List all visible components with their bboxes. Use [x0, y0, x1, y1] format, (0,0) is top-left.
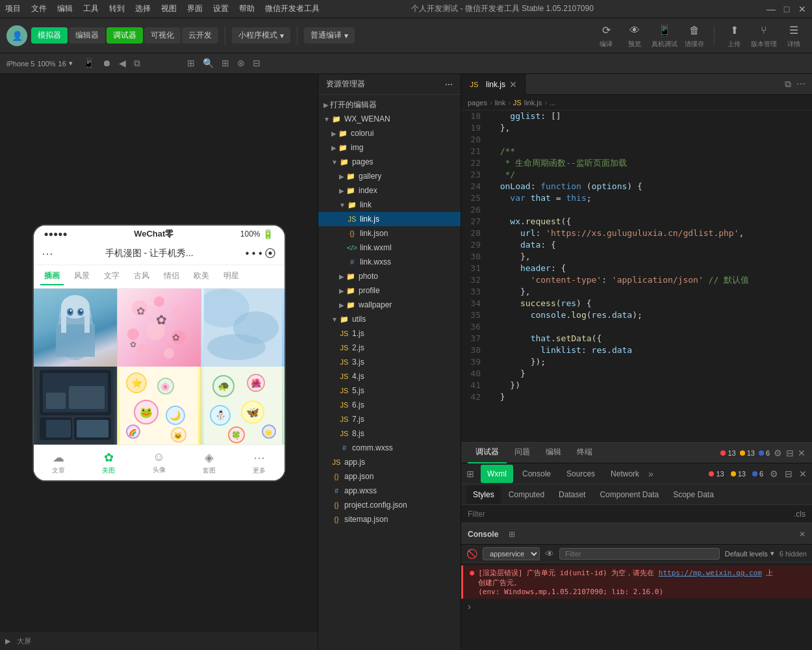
style-tab-computed[interactable]: Computed [502, 486, 551, 504]
tree-wallpaper[interactable]: ▶ 📁 wallpaper [318, 298, 461, 312]
tree-1js[interactable]: JS 1.js [318, 326, 461, 341]
debugger-button[interactable]: 调试器 [107, 27, 143, 44]
tree-link-wxml[interactable]: </> link.wxml [318, 240, 461, 255]
console-input[interactable] [475, 602, 806, 611]
tree-6js[interactable]: JS 6.js [318, 398, 461, 412]
inner-tab-wxml[interactable]: Wxml [481, 465, 513, 483]
tree-projectconfig[interactable]: {} project.config.json [318, 498, 461, 512]
cloud-button[interactable]: 云开发 [182, 27, 218, 44]
devtools-close-icon[interactable]: ✕ [798, 448, 806, 458]
tab-illus[interactable]: 插画 [40, 268, 64, 285]
tab-ancient[interactable]: 古风 [130, 268, 153, 285]
tree-link-wxss[interactable]: # link.wxss [318, 255, 461, 269]
editor-tab-linkjs[interactable]: JS link.js ✕ [461, 74, 526, 95]
settings-icon[interactable]: ⚙ [774, 448, 782, 458]
detail-button[interactable]: ☰ 详情 [782, 23, 806, 49]
tree-gallery[interactable]: ▶ 📁 gallery [318, 169, 461, 183]
tab-western[interactable]: 欧美 [190, 268, 213, 285]
console-clear-icon[interactable]: 🚫 [466, 549, 477, 559]
tab-celeb[interactable]: 明星 [220, 268, 243, 285]
tab-terminal[interactable]: 终端 [569, 443, 600, 463]
tree-appjson[interactable]: {} app.json [318, 469, 461, 484]
inner-tab-console[interactable]: Console [516, 465, 557, 483]
scan-icon[interactable]: ⦿ [264, 247, 276, 261]
menu-item-view[interactable]: 视图 [161, 3, 177, 14]
inspect-icon[interactable]: 🔍 [203, 58, 214, 69]
devtools-close-icon-2[interactable]: ✕ [799, 469, 807, 479]
console-close[interactable]: ✕ [799, 530, 806, 539]
menu-item-help[interactable]: 帮助 [239, 3, 255, 14]
style-tab-styles[interactable]: Styles [466, 486, 501, 504]
page-icon[interactable]: ⧉ [134, 58, 140, 69]
menu-item-select[interactable]: 选择 [135, 3, 151, 14]
project-root[interactable]: ▼ 📁 WX_WENAN [318, 112, 461, 126]
editor-more-icon[interactable]: ⋯ [796, 79, 806, 90]
tree-3js[interactable]: JS 3.js [318, 355, 461, 369]
tab-debugger[interactable]: 调试器 [468, 443, 507, 463]
mobile-icon[interactable]: ⊟ [253, 58, 260, 69]
inner-tab-network[interactable]: Network [604, 465, 646, 483]
back-icon[interactable]: ◀ [119, 58, 126, 69]
style-tab-dataset[interactable]: Dataset [552, 486, 592, 504]
expand-icon[interactable]: ▶ [5, 637, 10, 645]
more-tabs-icon[interactable]: » [648, 469, 653, 479]
tree-link-js[interactable]: JS link.js [318, 212, 461, 226]
tab-text[interactable]: 文字 [100, 268, 123, 285]
menu-item-edit[interactable]: 编辑 [57, 3, 73, 14]
real-machine-button[interactable]: 📱 真机调试 [652, 23, 678, 49]
dock-icon[interactable]: ⊟ [786, 448, 794, 458]
styles-filter-input[interactable] [468, 510, 794, 519]
tree-utils[interactable]: ▼ 📁 utils [318, 312, 461, 326]
compile-dropdown[interactable]: 普通编译 ▾ [304, 27, 355, 44]
dots-icon[interactable]: • • • [246, 248, 262, 259]
phone-cell-sticker1[interactable]: ⭐ 🌸 🐸 🌙 🌈 🐱 [118, 367, 201, 445]
tree-4js[interactable]: JS 4.js [318, 369, 461, 384]
style-tab-scope[interactable]: Scope Data [666, 486, 720, 504]
menu-item-wechat[interactable]: 微信开发者工具 [265, 3, 320, 14]
compile-button[interactable]: ⟳ 编译 [594, 23, 618, 49]
clear-cache-button[interactable]: 🗑 清缓存 [683, 23, 706, 49]
mode-dropdown[interactable]: 小程序模式 ▾ [232, 27, 290, 44]
grid-icon[interactable]: ⊞ [222, 58, 229, 69]
expand-console-icon[interactable]: ⊞ [509, 530, 515, 539]
cls-text[interactable]: .cls [794, 510, 806, 519]
phone-frame-icon[interactable]: 📱 [83, 58, 94, 69]
tree-link[interactable]: ▼ 📁 link [318, 198, 461, 212]
code-editor-content[interactable]: 18 gglist: [] 19 }, 20 21 /** 22 [461, 110, 812, 442]
tab-problems[interactable]: 问题 [507, 443, 538, 463]
editor-button[interactable]: 编辑器 [69, 27, 105, 44]
tree-appwxss[interactable]: # app.wxss [318, 484, 461, 498]
menu-item-file[interactable]: 文件 [31, 3, 47, 14]
tree-colorui[interactable]: ▶ 📁 colorui [318, 126, 461, 140]
menu-item-tools[interactable]: 工具 [83, 3, 99, 14]
tree-appjs[interactable]: JS app.js [318, 455, 461, 469]
expand-panel-icon[interactable]: ⊞ [466, 469, 474, 479]
minimize-button[interactable]: — [767, 5, 776, 14]
menu-item-goto[interactable]: 转到 [109, 3, 125, 14]
explorer-more-icon[interactable]: ⋯ [445, 80, 453, 89]
tree-5js[interactable]: JS 5.js [318, 384, 461, 398]
editor-tab-close[interactable]: ✕ [509, 79, 517, 90]
tree-8js[interactable]: JS 8.js [318, 426, 461, 441]
tree-sitemap[interactable]: {} sitemap.json [318, 512, 461, 526]
error-link[interactable]: https://mp.weixin.qq.com [659, 569, 762, 577]
tree-2js[interactable]: JS 2.js [318, 341, 461, 355]
opened-editors-header[interactable]: ▶ 打开的编辑器 [318, 98, 461, 112]
close-button[interactable]: ✕ [798, 5, 807, 14]
tree-link-json[interactable]: {} link.json [318, 226, 461, 240]
record-icon[interactable]: ⏺ [102, 58, 111, 69]
dock-icon-2[interactable]: ⊟ [785, 469, 793, 479]
tab-scenery[interactable]: 风景 [70, 268, 94, 285]
phone-cell-blue[interactable] [201, 289, 285, 367]
upload-button[interactable]: ⬆ 上传 [722, 23, 746, 49]
dropdown-icon[interactable]: ▾ [69, 59, 73, 68]
maximize-button[interactable]: □ [782, 5, 791, 14]
tree-img[interactable]: ▶ 📁 img [318, 140, 461, 155]
visual-button[interactable]: 可视化 [144, 27, 181, 44]
tab-output[interactable]: 编辑 [538, 443, 569, 463]
layers-icon[interactable]: ⊛ [237, 58, 245, 69]
nav-sets[interactable]: ◈ 套图 [184, 450, 234, 475]
appservice-select[interactable]: appservice [483, 547, 540, 560]
tree-photo[interactable]: ▶ 📁 photo [318, 269, 461, 283]
phone-cell-sticker2[interactable]: 🐢 🌺 ⛄ 🦋 🍀 🌟 [201, 367, 285, 445]
